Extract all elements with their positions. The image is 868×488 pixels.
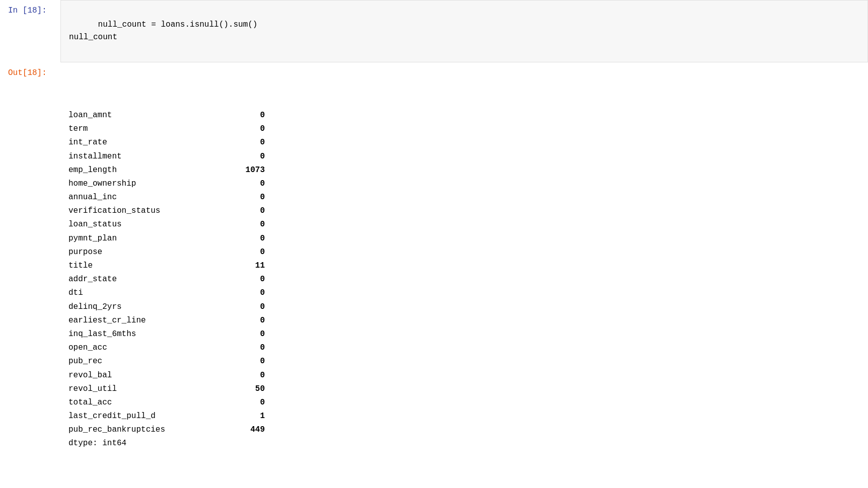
- output-row: earliest_cr_line0: [68, 314, 860, 328]
- output-value: 0: [235, 300, 265, 314]
- code-line-2: null_count: [69, 33, 117, 42]
- output-key: open_acc: [68, 341, 235, 355]
- output-key: pymnt_plan: [68, 232, 235, 246]
- output-value: 0: [235, 328, 265, 341]
- output-row: last_credit_pull_d1: [68, 410, 860, 423]
- output-value: 0: [235, 273, 265, 286]
- output-value: 0: [235, 150, 265, 164]
- output-row: loan_amnt0: [68, 109, 860, 122]
- output-row: revol_bal0: [68, 369, 860, 382]
- code-line-1: null_count = loans.isnull().sum(): [98, 20, 258, 29]
- output-value: 0: [235, 341, 265, 355]
- output-key: revol_util: [68, 382, 235, 396]
- output-row: addr_state0: [68, 273, 860, 286]
- output-key: earliest_cr_line: [68, 314, 235, 328]
- output-value: 0: [235, 204, 265, 218]
- output-key: title: [68, 259, 235, 273]
- input-cell-label: In [18]:: [0, 0, 60, 15]
- output-row: emp_length1073: [68, 164, 860, 177]
- output-value: 0: [235, 177, 265, 191]
- output-value: 0: [235, 369, 265, 382]
- output-row: total_acc0: [68, 396, 860, 410]
- output-value: 0: [235, 355, 265, 368]
- output-row: annual_inc0: [68, 191, 860, 204]
- output-dtype: dtype: int64: [68, 437, 860, 450]
- input-cell-code[interactable]: null_count = loans.isnull().sum() null_c…: [60, 0, 868, 62]
- output-row: term0: [68, 122, 860, 136]
- output-value: 11: [235, 259, 265, 273]
- output-key: emp_length: [68, 164, 235, 177]
- output-key: int_rate: [68, 136, 235, 149]
- output-key: last_credit_pull_d: [68, 410, 235, 423]
- output-key: total_acc: [68, 396, 235, 410]
- output-key: inq_last_6mths: [68, 328, 235, 341]
- output-value: 1: [235, 410, 265, 423]
- output-row: int_rate0: [68, 136, 860, 149]
- output-row: installment0: [68, 150, 860, 164]
- output-key: home_ownership: [68, 177, 235, 191]
- output-key: term: [68, 122, 235, 136]
- output-row: dti0: [68, 286, 860, 300]
- output-row: inq_last_6mths0: [68, 328, 860, 341]
- output-value: 0: [235, 109, 265, 122]
- output-cell-content: loan_amnt0term0int_rate0installment0emp_…: [60, 62, 868, 455]
- output-row: verification_status0: [68, 204, 860, 218]
- output-key: purpose: [68, 246, 235, 259]
- output-key: loan_status: [68, 218, 235, 231]
- output-key: dti: [68, 286, 235, 300]
- input-cell: In [18]: null_count = loans.isnull().sum…: [0, 0, 868, 62]
- output-value: 0: [235, 314, 265, 328]
- output-key: pub_rec: [68, 355, 235, 368]
- output-value: 0: [235, 286, 265, 300]
- output-key: pub_rec_bankruptcies: [68, 423, 235, 437]
- output-cell-label: Out[18]:: [0, 62, 60, 77]
- output-key: delinq_2yrs: [68, 300, 235, 314]
- output-value: 0: [235, 218, 265, 231]
- output-value: 0: [235, 122, 265, 136]
- output-row: pub_rec0: [68, 355, 860, 368]
- output-row: loan_status0: [68, 218, 860, 231]
- output-value: 0: [235, 232, 265, 246]
- output-key: addr_state: [68, 273, 235, 286]
- output-value: 0: [235, 136, 265, 149]
- output-row: revol_util50: [68, 382, 860, 396]
- output-row: purpose0: [68, 246, 860, 259]
- output-row: home_ownership0: [68, 177, 860, 191]
- output-key: verification_status: [68, 204, 235, 218]
- output-key: installment: [68, 150, 235, 164]
- output-key: loan_amnt: [68, 109, 235, 122]
- output-cell: Out[18]: loan_amnt0term0int_rate0install…: [0, 62, 868, 455]
- output-value: 0: [235, 246, 265, 259]
- output-row: title11: [68, 259, 860, 273]
- output-value: 1073: [235, 164, 265, 177]
- output-row: open_acc0: [68, 341, 860, 355]
- output-key: revol_bal: [68, 369, 235, 382]
- output-value: 449: [235, 423, 265, 437]
- output-value: 0: [235, 396, 265, 410]
- output-key: annual_inc: [68, 191, 235, 204]
- output-value: 50: [235, 382, 265, 396]
- notebook-container: In [18]: null_count = loans.isnull().sum…: [0, 0, 868, 488]
- output-value: 0: [235, 191, 265, 204]
- output-row: pymnt_plan0: [68, 232, 860, 246]
- output-row: delinq_2yrs0: [68, 300, 860, 314]
- output-row: pub_rec_bankruptcies449: [68, 423, 860, 437]
